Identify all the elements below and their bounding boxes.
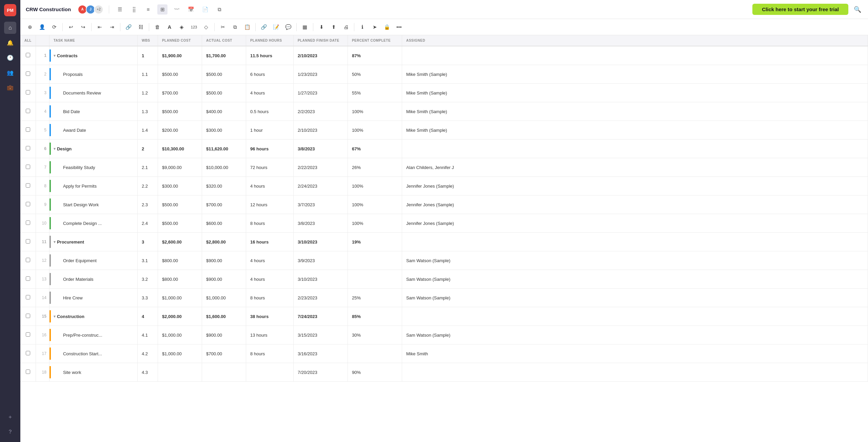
row-checkbox[interactable]: [26, 295, 30, 299]
sidebar-item-notifications[interactable]: 🔔: [4, 37, 16, 49]
row-checkbox-cell[interactable]: [20, 289, 36, 307]
row-checkbox-cell[interactable]: [20, 233, 36, 251]
task-name-cell[interactable]: ▾ Design: [49, 140, 137, 158]
row-checkbox[interactable]: [26, 314, 30, 318]
table-icon[interactable]: ⊞: [157, 4, 167, 15]
task-name-cell[interactable]: Construction Start...: [49, 344, 137, 363]
tool-link[interactable]: 🔗: [123, 22, 134, 33]
sidebar-item-home[interactable]: ⌂: [4, 22, 16, 34]
table-row[interactable]: 12 Order Equipment 3.1 $800.00 $900.00 4…: [20, 251, 868, 270]
tool-number[interactable]: 123: [189, 22, 199, 33]
list-icon[interactable]: ≡: [143, 4, 153, 15]
tool-upload[interactable]: ⬆: [328, 22, 339, 33]
tool-hyperlink[interactable]: 🔗: [258, 22, 269, 33]
tool-paste[interactable]: 📋: [242, 22, 253, 33]
task-name-cell[interactable]: Start Design Work: [49, 195, 137, 214]
row-checkbox-cell[interactable]: [20, 363, 36, 382]
tool-refresh[interactable]: ⟳: [49, 22, 60, 33]
tool-notes[interactable]: 📝: [271, 22, 281, 33]
col-wbs[interactable]: WBS: [137, 35, 158, 46]
row-checkbox-cell[interactable]: [20, 140, 36, 158]
col-percent-complete[interactable]: PERCENT COMPLETE: [348, 35, 402, 46]
row-checkbox-cell[interactable]: [20, 195, 36, 214]
table-row[interactable]: 3 Documents Review 1.2 $700.00 $500.00 4…: [20, 84, 868, 102]
tool-print[interactable]: 🖨: [340, 22, 351, 33]
table-row[interactable]: 8 Apply for Permits 2.2 $300.00 $320.00 …: [20, 177, 868, 195]
table-row[interactable]: 5 Award Date 1.4 $200.00 $300.00 1 hour …: [20, 121, 868, 140]
search-icon[interactable]: 🔍: [852, 4, 863, 15]
task-name-cell[interactable]: ▾ Procurement: [49, 233, 137, 251]
task-name-cell[interactable]: Order Equipment: [49, 251, 137, 270]
row-checkbox[interactable]: [26, 370, 30, 374]
table-row[interactable]: 16 Prep/Pre-construc... 4.1 $1,000.00 $9…: [20, 326, 868, 344]
table-row[interactable]: 14 Hire Crew 3.3 $1,000.00 $1,000.00 8 h…: [20, 289, 868, 307]
sidebar-item-briefcase[interactable]: 💼: [4, 81, 16, 93]
tool-indent-right[interactable]: ⇥: [106, 22, 117, 33]
table-row[interactable]: 11 ▾ Procurement 3 $2,600.00 $2,800.00 1…: [20, 233, 868, 251]
row-checkbox-cell[interactable]: [20, 84, 36, 102]
tool-user-add[interactable]: 👤: [37, 22, 47, 33]
task-name-cell[interactable]: ▾ Contracts: [49, 46, 137, 65]
row-checkbox[interactable]: [26, 183, 30, 188]
collapse-icon[interactable]: ▾: [54, 314, 56, 319]
row-checkbox[interactable]: [26, 90, 30, 94]
row-checkbox-cell[interactable]: [20, 158, 36, 177]
tool-unlink[interactable]: ⛓: [135, 22, 146, 33]
task-name-cell[interactable]: Prep/Pre-construc...: [49, 326, 137, 344]
task-name-cell[interactable]: Apply for Permits: [49, 177, 137, 195]
row-checkbox-cell[interactable]: [20, 307, 36, 326]
tool-highlight[interactable]: ◈: [176, 22, 187, 33]
task-name-cell[interactable]: Order Materials: [49, 270, 137, 289]
row-checkbox-cell[interactable]: [20, 177, 36, 195]
task-name-cell[interactable]: ▾ Construction: [49, 307, 137, 326]
chart-icon[interactable]: ⣿: [129, 4, 139, 15]
row-checkbox-cell[interactable]: [20, 46, 36, 65]
gantt-icon[interactable]: 〰: [172, 4, 182, 15]
task-name-cell[interactable]: Bid Date: [49, 102, 137, 121]
table-row[interactable]: 17 Construction Start... 4.2 $1,000.00 $…: [20, 344, 868, 363]
tool-info[interactable]: ℹ: [357, 22, 368, 33]
task-table-container[interactable]: ALL TASK NAME WBS PLANNED COST ACTUAL CO…: [20, 35, 868, 442]
tool-diamond[interactable]: ◇: [201, 22, 212, 33]
task-name-cell[interactable]: Hire Crew: [49, 289, 137, 307]
tool-add[interactable]: ⊕: [24, 22, 35, 33]
row-checkbox-cell[interactable]: [20, 326, 36, 344]
row-checkbox[interactable]: [26, 71, 30, 76]
tool-undo[interactable]: ↩: [65, 22, 76, 33]
table-row[interactable]: 9 Start Design Work 2.3 $500.00 $700.00 …: [20, 195, 868, 214]
table-row[interactable]: 15 ▾ Construction 4 $2,000.00 $1,600.00 …: [20, 307, 868, 326]
sidebar-item-people[interactable]: 👥: [4, 66, 16, 79]
app-logo[interactable]: PM: [4, 4, 16, 16]
col-assigned[interactable]: ASSIGNED: [402, 35, 868, 46]
collapse-icon[interactable]: ▾: [54, 54, 56, 58]
trial-button[interactable]: Click here to start your free trial: [752, 4, 848, 15]
tool-cut[interactable]: ✂: [217, 22, 228, 33]
row-checkbox-cell[interactable]: [20, 121, 36, 140]
col-planned-hours[interactable]: PLANNED HOURS: [246, 35, 293, 46]
row-checkbox[interactable]: [26, 239, 30, 244]
col-actual-cost[interactable]: ACTUAL COST: [202, 35, 246, 46]
sidebar-item-help[interactable]: ？: [4, 426, 16, 438]
row-checkbox-cell[interactable]: [20, 65, 36, 84]
split-icon[interactable]: ⧉: [214, 4, 224, 15]
row-checkbox-cell[interactable]: [20, 251, 36, 270]
task-name-cell[interactable]: Proposals: [49, 65, 137, 84]
row-checkbox[interactable]: [26, 165, 30, 169]
sidebar-item-add[interactable]: ＋: [4, 411, 16, 423]
table-row[interactable]: 4 Bid Date 1.3 $500.00 $400.00 0.5 hours…: [20, 102, 868, 121]
col-planned-cost[interactable]: PLANNED COST: [158, 35, 202, 46]
tool-copy[interactable]: ⧉: [230, 22, 240, 33]
row-checkbox[interactable]: [26, 332, 30, 337]
task-name-cell[interactable]: Documents Review: [49, 84, 137, 102]
table-row[interactable]: 13 Order Materials 3.2 $800.00 $900.00 4…: [20, 270, 868, 289]
task-name-cell[interactable]: Award Date: [49, 121, 137, 140]
tool-lock[interactable]: 🔒: [381, 22, 392, 33]
task-name-cell[interactable]: Complete Design ...: [49, 214, 137, 233]
row-checkbox[interactable]: [26, 53, 30, 57]
collapse-icon[interactable]: ▾: [54, 240, 56, 244]
tool-delete[interactable]: 🗑: [152, 22, 163, 33]
row-checkbox[interactable]: [26, 202, 30, 206]
avatar-count[interactable]: +2: [94, 5, 103, 14]
tool-columns[interactable]: ▦: [299, 22, 310, 33]
col-planned-finish[interactable]: PLANNED FINISH DATE: [293, 35, 348, 46]
